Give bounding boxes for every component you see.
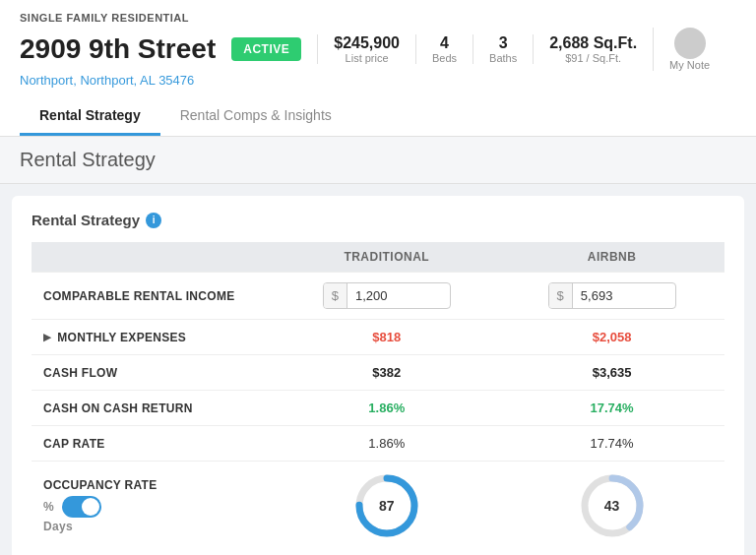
- header: SINGLE FAMILY RESIDENTIAL 2909 9th Stree…: [0, 0, 756, 137]
- airbnb-income-input-group: $: [548, 282, 676, 309]
- page-wrapper: SINGLE FAMILY RESIDENTIAL 2909 9th Stree…: [0, 0, 756, 555]
- list-price-value: $245,900: [334, 34, 400, 52]
- cell-airbnb-income: $: [499, 273, 724, 320]
- col-header-empty: [32, 242, 274, 273]
- row-label-monthly-expenses: ▶ MONTHLY EXPENSES: [32, 320, 274, 355]
- row-cap-rate: CAP RATE 1.86% 17.74%: [32, 426, 724, 462]
- active-badge: ACTIVE: [231, 37, 301, 61]
- sqft-value: 2,688 Sq.Ft.: [549, 34, 637, 52]
- col-header-airbnb: AIRBNB: [499, 242, 724, 273]
- traditional-income-input-group: $: [323, 282, 451, 309]
- occupancy-toggle[interactable]: [62, 496, 101, 518]
- cell-airbnb-occupancy: 43: [499, 462, 724, 551]
- tabs: Rental Strategy Rental Comps & Insights: [20, 97, 736, 136]
- sqft-per-label: $91 / Sq.Ft.: [565, 52, 621, 64]
- row-monthly-expenses: ▶ MONTHLY EXPENSES $818 $2,058: [32, 320, 724, 355]
- cell-traditional-cap: 1.86%: [274, 426, 499, 462]
- address: Northport, Northport, AL 35476: [20, 73, 736, 88]
- info-icon[interactable]: i: [146, 213, 161, 228]
- section-header: Rental Strategy: [0, 137, 756, 184]
- property-type: SINGLE FAMILY RESIDENTIAL: [20, 12, 736, 24]
- tab-rental-comps[interactable]: Rental Comps & Insights: [160, 97, 351, 136]
- cell-traditional-coc: 1.86%: [274, 391, 499, 426]
- beds-value: 4: [440, 34, 449, 52]
- property-name: 2909 9th Street: [20, 33, 216, 65]
- cell-airbnb-coc: 17.74%: [499, 391, 724, 426]
- airbnb-occupancy-donut: 43: [511, 471, 713, 540]
- section-title: Rental Strategy: [20, 149, 156, 170]
- my-note[interactable]: My Note: [653, 28, 710, 71]
- col-header-traditional: TRADITIONAL: [274, 242, 499, 273]
- cell-airbnb-expenses: $2,058: [499, 320, 724, 355]
- cell-traditional-occupancy: 87: [274, 462, 499, 551]
- baths-label: Baths: [489, 52, 517, 64]
- row-label-cash-on-cash: CASH ON CASH RETURN: [32, 391, 274, 426]
- cell-airbnb-cap: 17.74%: [499, 426, 724, 462]
- my-note-label: My Note: [669, 59, 710, 71]
- row-occupancy: OCCUPANCY RATE % Days: [32, 462, 724, 551]
- traditional-occupancy-donut: 87: [285, 471, 487, 540]
- occupancy-toggle-label: %: [43, 500, 54, 514]
- traditional-occupancy-value: 87: [379, 498, 395, 514]
- cell-airbnb-cashflow: $3,635: [499, 355, 724, 391]
- monthly-expenses-label: MONTHLY EXPENSES: [57, 331, 186, 344]
- my-note-avatar: [674, 28, 706, 59]
- strategy-table: TRADITIONAL AIRBNB COMPARABLE RENTAL INC…: [32, 242, 724, 550]
- airbnb-prefix: $: [549, 283, 573, 308]
- cell-traditional-cashflow: $382: [274, 355, 499, 391]
- row-cash-on-cash: CASH ON CASH RETURN 1.86% 17.74%: [32, 391, 724, 426]
- row-rental-income: COMPARABLE RENTAL INCOME $ $: [32, 273, 724, 320]
- baths-value: 3: [499, 34, 508, 52]
- cell-traditional-expenses: $818: [274, 320, 499, 355]
- airbnb-income-field[interactable]: [573, 283, 662, 308]
- list-price-label: List price: [346, 52, 389, 64]
- beds-label: Beds: [432, 52, 457, 64]
- row-label-cash-flow: CASH FLOW: [32, 355, 274, 391]
- rental-strategy-heading: Rental Strategy: [32, 212, 140, 228]
- airbnb-occupancy-value: 43: [604, 498, 620, 514]
- content-area: Rental Strategy i TRADITIONAL AIRBNB COM…: [12, 196, 744, 555]
- traditional-prefix: $: [324, 283, 347, 308]
- row-cash-flow: CASH FLOW $382 $3,635: [32, 355, 724, 391]
- traditional-income-field[interactable]: [347, 283, 436, 308]
- row-label-cap-rate: CAP RATE: [32, 426, 274, 462]
- tab-rental-strategy[interactable]: Rental Strategy: [20, 97, 160, 136]
- row-label-rental-income: COMPARABLE RENTAL INCOME: [32, 273, 274, 320]
- expand-arrow-icon[interactable]: ▶: [43, 332, 51, 342]
- cell-occupancy-label: OCCUPANCY RATE % Days: [32, 462, 274, 551]
- cell-traditional-income: $: [274, 273, 499, 320]
- occupancy-sub-label: Days: [43, 520, 262, 533]
